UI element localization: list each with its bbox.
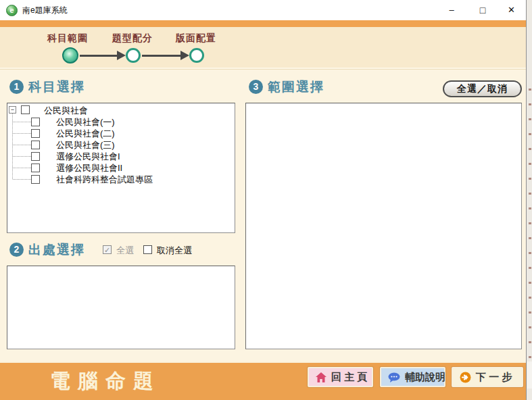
app-logo-icon: e <box>6 5 18 16</box>
tree-root-label[interactable]: 公民與社會 <box>44 105 88 117</box>
tree-guide-stub <box>13 156 31 157</box>
select-all-toggle-button[interactable]: 全選／取消 <box>443 80 522 97</box>
home-button-label: 回 主 頁 <box>331 371 367 384</box>
tree-collapse-icon[interactable]: − <box>9 106 16 114</box>
section-1-title: 科目選擇 <box>28 78 85 96</box>
home-icon <box>316 372 327 382</box>
tree-item-checkbox[interactable] <box>31 164 40 172</box>
accent-strip <box>0 20 526 27</box>
minimize-icon[interactable]: – <box>436 0 467 20</box>
section-1-number-badge: 1 <box>9 80 24 94</box>
app-window: e 南e題庫系統 – □ ✕ 科目範圍 題型配分 版面配置 1 科目選擇 − 公… <box>0 0 532 400</box>
background-window-content <box>527 361 532 389</box>
maximize-icon[interactable]: □ <box>467 0 498 20</box>
subject-tree-panel[interactable]: − 公民與社會 公民與社會(一) 公民與社會(二) 公民與社會(三) 選修公民與… <box>7 103 235 233</box>
section-3-title: 範圍選擇 <box>268 78 324 96</box>
subject-tree: − 公民與社會 公民與社會(一) 公民與社會(二) 公民與社會(三) 選修公民與… <box>7 103 235 232</box>
deselect-all-label[interactable]: 取消全選 <box>157 245 192 257</box>
help-button-label: 輔助說明 <box>405 371 445 384</box>
tree-item-label[interactable]: 社會科跨科整合試題專區 <box>56 174 153 186</box>
step-connector-line <box>142 55 180 57</box>
tree-item-label[interactable]: 選修公民與社會I <box>56 151 120 163</box>
tree-guide-stub <box>13 122 31 122</box>
step-arrowhead-icon <box>180 51 189 60</box>
select-all-label: 全選 <box>116 245 134 257</box>
tree-guide-stub <box>13 168 31 168</box>
next-button-label: 下 一 步 <box>476 371 512 384</box>
tree-guide-stub <box>13 133 31 134</box>
tree-item-checkbox[interactable] <box>31 175 40 184</box>
title-bar: e 南e題庫系統 – □ ✕ <box>0 0 526 20</box>
select-all-checkbox: ✓ <box>103 245 112 254</box>
tree-guide-stub <box>13 145 31 145</box>
tree-item-label[interactable]: 選修公民與社會II <box>56 162 122 174</box>
tree-root-checkbox[interactable] <box>21 105 30 114</box>
deselect-all-checkbox[interactable] <box>143 245 152 254</box>
tree-item-label[interactable]: 公民與社會(一) <box>56 116 115 128</box>
step-circle-3[interactable] <box>189 48 204 63</box>
tree-guide-line <box>12 113 13 179</box>
tree-item-label[interactable]: 公民與社會(二) <box>56 128 115 140</box>
section-2-number-badge: 2 <box>9 243 24 257</box>
section-3-number-badge: 3 <box>249 80 263 94</box>
home-button[interactable]: 回 主 頁 <box>308 367 373 387</box>
background-window-content <box>529 76 531 359</box>
section-2-title: 出處選擇 <box>28 241 85 259</box>
range-list-panel[interactable] <box>245 103 522 349</box>
tree-item-checkbox[interactable] <box>31 129 40 138</box>
step-circle-2[interactable] <box>126 48 141 63</box>
step-label-subject-range: 科目範圍 <box>47 32 88 45</box>
tree-item-checkbox[interactable] <box>31 118 40 126</box>
step-label-question-points: 題型配分 <box>112 32 153 45</box>
window-title: 南e題庫系統 <box>22 0 68 20</box>
next-arrow-icon <box>460 372 471 383</box>
step-connector-line <box>80 55 118 57</box>
page-title: 電腦命題 <box>50 368 161 395</box>
next-step-button[interactable]: 下 一 步 <box>452 367 523 387</box>
step-label-layout: 版面配置 <box>176 32 216 45</box>
footer-bar: 電腦命題 回 主 頁 輔助說明 下 一 步 <box>0 363 532 400</box>
speech-bubble-icon <box>388 372 400 382</box>
wizard-stepper: 科目範圍 題型配分 版面配置 <box>0 27 526 70</box>
tree-item-label[interactable]: 公民與社會(三) <box>56 139 115 151</box>
tree-item-checkbox[interactable] <box>31 152 40 161</box>
step-circle-1-active[interactable] <box>62 47 78 64</box>
background-window-sliver <box>526 0 532 400</box>
close-icon[interactable]: ✕ <box>497 0 526 20</box>
step-arrowhead-icon <box>117 51 126 60</box>
tree-item-checkbox[interactable] <box>31 141 40 149</box>
source-list-panel[interactable] <box>7 266 235 349</box>
tree-guide-stub <box>13 179 31 180</box>
help-button[interactable]: 輔助說明 <box>380 367 445 387</box>
